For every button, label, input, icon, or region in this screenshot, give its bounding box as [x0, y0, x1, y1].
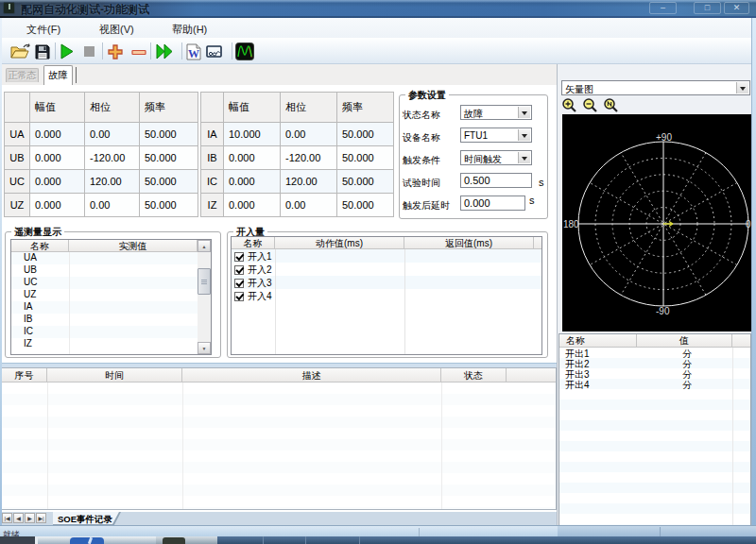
svg-text:-90: -90 [656, 306, 670, 316]
svg-text:W: W [188, 47, 199, 60]
svg-text:+90: +90 [656, 132, 672, 143]
svg-text:180: 180 [563, 219, 579, 230]
